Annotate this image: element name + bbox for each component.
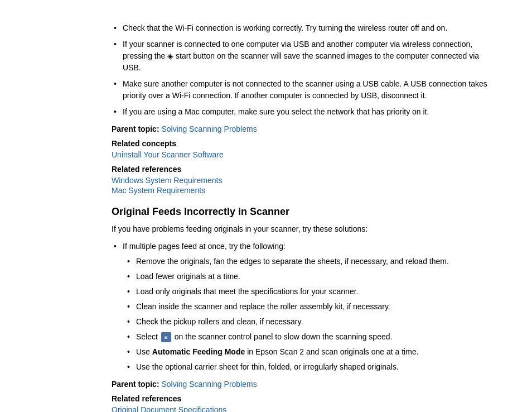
section-title: Original Feeds Incorrectly in Scanner <box>112 206 487 218</box>
sub-bullet-list: Remove the originals, fan the edges to s… <box>123 256 487 373</box>
sub-list-item: Load fewer originals at a time. <box>123 271 487 282</box>
page-content: Check that the Wi-Fi connection is worki… <box>0 0 532 412</box>
multiple-pages-text: If multiple pages feed at once, try the … <box>123 242 286 251</box>
list-item: If your scanner is connected to one comp… <box>112 39 487 74</box>
sub-list-item-select: Select on the scanner control panel to s… <box>123 331 487 343</box>
scanner-icon <box>161 332 171 342</box>
related-references-heading-1: Related references <box>112 165 487 174</box>
parent-topic: Parent topic: Solving Scanning Problems <box>112 124 487 133</box>
parent-topic-2: Parent topic: Solving Scanning Problems <box>112 380 487 389</box>
mac-system-req-link[interactable]: Mac System Requirements <box>112 186 487 195</box>
parent-topic-label: Parent topic: <box>112 124 159 133</box>
intro-text: If you have problems feeding originals i… <box>112 223 487 235</box>
sub-list-item-auto-feed: Use Automatic Feeding Mode in Epson Scan… <box>123 346 487 358</box>
uninstall-link[interactable]: Uninstall Your Scanner Software <box>112 150 487 159</box>
sub-list-item-carrier: Use the optional carrier sheet for thin,… <box>123 361 487 373</box>
related-references-heading-2: Related references <box>112 394 487 403</box>
windows-system-req-link[interactable]: Windows System Requirements <box>112 176 487 185</box>
list-item: Check that the Wi-Fi connection is worki… <box>112 22 487 34</box>
related-concepts-links: Uninstall Your Scanner Software <box>112 150 487 159</box>
parent-topic-link-2[interactable]: Solving Scanning Problems <box>161 380 257 389</box>
list-item: If you are using a Mac computer, make su… <box>112 106 487 118</box>
sub-list-item: Load only originals that meet the specif… <box>123 286 487 298</box>
related-references-links-2: Original Document Specifications Plastic… <box>112 405 487 412</box>
original-doc-spec-link[interactable]: Original Document Specifications <box>112 405 487 412</box>
list-item: Make sure another computer is not connec… <box>112 78 487 102</box>
sub-list-item: Clean inside the scanner and replace the… <box>123 301 487 313</box>
parent-topic-label-2: Parent topic: <box>112 380 159 389</box>
list-item-multiple-pages: If multiple pages feed at once, try the … <box>112 241 487 373</box>
main-bullet-list: If multiple pages feed at once, try the … <box>112 241 487 373</box>
sub-list-item: Remove the originals, fan the edges to s… <box>123 256 487 267</box>
sub-list-item: Check the pickup rollers and clean, if n… <box>123 316 487 328</box>
top-bullet-list: Check that the Wi-Fi connection is worki… <box>112 22 487 118</box>
related-references-links-1: Windows System Requirements Mac System R… <box>112 176 487 195</box>
related-concepts-heading: Related concepts <box>112 139 487 148</box>
parent-topic-link[interactable]: Solving Scanning Problems <box>161 124 257 133</box>
auto-feed-bold: Automatic Feeding Mode <box>152 347 245 356</box>
